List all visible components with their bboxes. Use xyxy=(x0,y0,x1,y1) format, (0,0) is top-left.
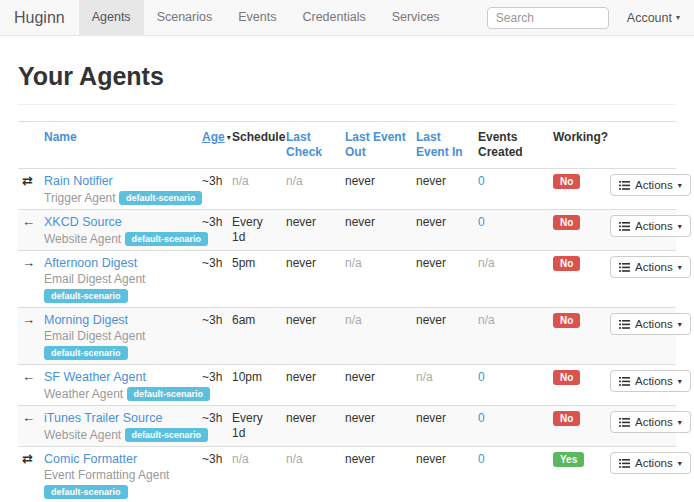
arrow-left-icon: ← xyxy=(22,369,35,384)
caret-down-icon: ▾ xyxy=(678,181,682,190)
agent-name-link[interactable]: Rain Notifier xyxy=(44,174,113,188)
last-check-cell: never xyxy=(282,406,341,447)
nav-item-credentials[interactable]: Credentials xyxy=(289,0,378,35)
scenario-badge[interactable]: default-scenario xyxy=(44,346,128,360)
age-cell: ~3h xyxy=(198,169,228,210)
list-icon xyxy=(619,263,630,272)
search-input[interactable] xyxy=(487,7,609,29)
table-row: → Morning Digest Email Digest Agent defa… xyxy=(18,308,676,365)
events-created-link[interactable]: 0 xyxy=(478,452,485,466)
list-icon xyxy=(619,459,630,468)
scenario-badge[interactable]: default-scenario xyxy=(119,191,203,205)
actions-button[interactable]: Actions▾ xyxy=(610,174,691,196)
table-row: → Afternoon Digest Email Digest Agent de… xyxy=(18,251,676,308)
account-label: Account xyxy=(627,11,672,25)
scenario-badge[interactable]: default-scenario xyxy=(125,232,209,246)
page-title: Your Agents xyxy=(18,62,676,91)
list-icon xyxy=(619,320,630,329)
brand-logo[interactable]: Huginn xyxy=(0,0,79,35)
arrow-right-icon: → xyxy=(22,255,35,270)
main-nav: Agents Scenarios Events Credentials Serv… xyxy=(79,0,453,35)
actions-button[interactable]: Actions▾ xyxy=(610,452,691,474)
actions-button[interactable]: Actions▾ xyxy=(610,215,691,237)
table-row: ← SF Weather Agent Weather Agent default… xyxy=(18,365,676,406)
column-header-events-created: Events Created xyxy=(474,122,549,169)
caret-down-icon: ▾ xyxy=(678,459,682,468)
last-event-in-cell: n/a xyxy=(412,365,474,406)
schedule-cell: 6am xyxy=(228,308,282,365)
actions-button[interactable]: Actions▾ xyxy=(610,313,691,335)
age-cell: ~3h xyxy=(198,447,228,502)
last-event-out-cell: never xyxy=(341,210,412,251)
last-event-in-cell: never xyxy=(412,251,474,308)
actions-button[interactable]: Actions▾ xyxy=(610,370,691,392)
agent-name-link[interactable]: Afternoon Digest xyxy=(44,256,137,270)
table-row: ← iTunes Trailer Source Website Agent de… xyxy=(18,406,676,447)
last-event-in-cell: never xyxy=(412,406,474,447)
caret-down-icon: ▾ xyxy=(678,377,682,386)
scenario-badge[interactable]: default-scenario xyxy=(127,387,211,401)
icon-column-header xyxy=(18,122,40,169)
last-event-in-cell: never xyxy=(412,308,474,365)
agent-name-link[interactable]: iTunes Trailer Source xyxy=(44,411,162,425)
events-created-link[interactable]: 0 xyxy=(478,215,485,229)
events-created-cell: n/a xyxy=(474,308,549,365)
nav-item-scenarios[interactable]: Scenarios xyxy=(144,0,226,35)
agent-name-link[interactable]: Comic Formatter xyxy=(44,452,137,466)
sort-last-event-out-link[interactable]: Last Event Out xyxy=(345,130,406,159)
nav-item-agents[interactable]: Agents xyxy=(79,0,144,35)
table-row: ⇄ Comic Formatter Event Formatting Agent… xyxy=(18,447,676,502)
nav-item-services[interactable]: Services xyxy=(379,0,453,35)
agent-type: Email Digest Agent xyxy=(44,273,194,286)
agent-type: Event Formatting Agent xyxy=(44,469,194,482)
navbar-right: Account ▾ xyxy=(487,0,694,35)
working-badge: No xyxy=(553,174,580,189)
nav-item-events[interactable]: Events xyxy=(225,0,289,35)
agent-type: Website Agent default-scenario xyxy=(44,428,194,442)
account-menu[interactable]: Account ▾ xyxy=(627,11,680,25)
scenario-badge[interactable]: default-scenario xyxy=(44,289,128,303)
list-icon xyxy=(619,222,630,231)
table-row: ⇄ Rain Notifier Trigger Agent default-sc… xyxy=(18,169,676,210)
scenario-badge[interactable]: default-scenario xyxy=(125,428,209,442)
column-header-last-check: Last Check xyxy=(282,122,341,169)
list-icon xyxy=(619,418,630,427)
sort-age-link[interactable]: Age xyxy=(202,130,225,144)
schedule-cell: 10pm xyxy=(228,365,282,406)
events-created-link[interactable]: 0 xyxy=(478,370,485,384)
sort-last-check-link[interactable]: Last Check xyxy=(286,130,322,159)
schedule-cell: Every 1d xyxy=(228,406,282,447)
last-event-in-cell: never xyxy=(412,447,474,502)
last-event-out-cell: never xyxy=(341,406,412,447)
sort-name-link[interactable]: Name xyxy=(44,130,77,144)
agent-name-link[interactable]: XKCD Source xyxy=(44,215,122,229)
scenario-badge[interactable]: default-scenario xyxy=(44,485,128,499)
caret-down-icon: ▾ xyxy=(678,222,682,231)
agent-name-link[interactable]: Morning Digest xyxy=(44,313,128,327)
schedule-cell: n/a xyxy=(228,169,282,210)
agent-type: Trigger Agent default-scenario xyxy=(44,191,194,205)
divider xyxy=(18,104,676,105)
list-icon xyxy=(619,181,630,190)
agent-type: Website Agent default-scenario xyxy=(44,232,194,246)
events-created-cell: n/a xyxy=(474,251,549,308)
last-event-out-cell: never xyxy=(341,169,412,210)
column-header-last-event-out: Last Event Out xyxy=(341,122,412,169)
last-check-cell: n/a xyxy=(282,169,341,210)
actions-button[interactable]: Actions▾ xyxy=(610,256,691,278)
actions-button[interactable]: Actions▾ xyxy=(610,411,691,433)
events-created-link[interactable]: 0 xyxy=(478,411,485,425)
last-check-cell: never xyxy=(282,365,341,406)
agent-name-link[interactable]: SF Weather Agent xyxy=(44,370,146,384)
last-event-in-cell: never xyxy=(412,210,474,251)
events-created-link[interactable]: 0 xyxy=(478,174,485,188)
sort-last-event-in-link[interactable]: Last Event In xyxy=(416,130,463,159)
caret-down-icon: ▾ xyxy=(676,13,680,22)
caret-down-icon: ▾ xyxy=(678,263,682,272)
main-content: Your Agents Name Age▾ Schedule Last Chec… xyxy=(0,62,694,502)
schedule-cell: n/a xyxy=(228,447,282,502)
schedule-cell: Every 1d xyxy=(228,210,282,251)
transfer-icon: ⇄ xyxy=(22,173,33,188)
column-header-schedule: Schedule xyxy=(228,122,282,169)
transfer-icon: ⇄ xyxy=(22,451,33,466)
